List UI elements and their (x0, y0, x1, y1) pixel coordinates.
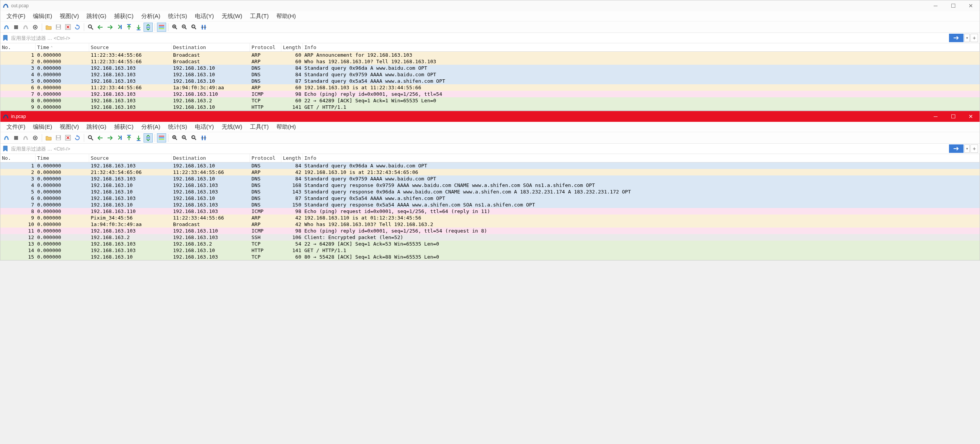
maximize-button[interactable]: ☐ (944, 0, 962, 11)
open-file-icon[interactable] (44, 23, 53, 32)
stop-capture-icon[interactable] (11, 23, 21, 32)
go-to-packet-icon[interactable] (115, 23, 124, 32)
zoom-in-icon[interactable] (170, 133, 180, 143)
close-button[interactable]: ✕ (962, 0, 980, 11)
packet-row[interactable]: 50.000000192.168.163.10192.168.163.103DN… (0, 188, 980, 195)
menu-capture[interactable]: 捕获(C) (110, 122, 137, 132)
reload-icon[interactable] (73, 133, 82, 143)
menu-analyze[interactable]: 分析(A) (137, 122, 164, 132)
stop-capture-icon[interactable] (11, 133, 21, 143)
find-icon[interactable] (86, 23, 95, 32)
col-info[interactable]: Info (303, 43, 980, 51)
packet-row[interactable]: 90.000000192.168.163.103192.168.163.10HT… (0, 104, 980, 110)
packet-row[interactable]: 80.000000192.168.163.110192.168.163.103I… (0, 208, 980, 215)
menu-tools[interactable]: 工具(T) (246, 11, 273, 21)
col-no[interactable]: No. (0, 43, 36, 51)
packet-row[interactable]: 60.000000192.168.163.103192.168.163.10DN… (0, 195, 980, 202)
capture-options-icon[interactable] (31, 133, 40, 143)
go-last-icon[interactable] (134, 23, 143, 32)
packet-row[interactable]: 70.000000192.168.163.103192.168.163.110I… (0, 91, 980, 97)
filter-apply-button[interactable] (949, 144, 964, 153)
packet-row[interactable]: 30.000000192.168.163.103192.168.163.10DN… (0, 65, 980, 71)
col-time[interactable]: Time⌃ (36, 43, 89, 51)
packet-row[interactable]: 10.000000192.168.163.103192.168.163.10DN… (0, 162, 980, 169)
capture-options-icon[interactable] (31, 23, 40, 32)
close-file-icon[interactable] (63, 133, 72, 143)
minimize-button[interactable]: ─ (927, 111, 944, 122)
titlebar-out[interactable]: out.pcap ─ ☐ ✕ (0, 0, 980, 11)
resize-columns-icon[interactable] (199, 23, 208, 32)
bookmark-icon[interactable] (2, 34, 9, 41)
go-to-packet-icon[interactable] (115, 133, 124, 143)
reload-icon[interactable] (73, 23, 82, 32)
open-file-icon[interactable] (44, 133, 53, 143)
menu-goto[interactable]: 跳转(G) (83, 11, 110, 21)
menu-wireless[interactable]: 无线(W) (218, 11, 246, 21)
col-time[interactable]: Time (36, 154, 89, 162)
col-len[interactable]: Length (281, 154, 303, 162)
menu-stats[interactable]: 统计(S) (164, 122, 191, 132)
go-back-icon[interactable] (96, 23, 105, 32)
save-file-icon[interactable] (54, 23, 63, 32)
go-back-icon[interactable] (96, 133, 105, 143)
packet-row[interactable]: 70.000000192.168.163.10192.168.163.103DN… (0, 202, 980, 208)
zoom-reset-icon[interactable]: 1 (189, 133, 199, 143)
filter-history-dropdown[interactable]: ▾ (964, 144, 970, 153)
save-file-icon[interactable] (54, 133, 63, 143)
col-dst[interactable]: Destination (172, 43, 250, 51)
menu-goto[interactable]: 跳转(G) (83, 122, 110, 132)
display-filter-input[interactable] (9, 33, 949, 43)
minimize-button[interactable]: ─ (927, 0, 944, 11)
packet-row[interactable]: 120.000000192.168.163.2192.168.163.103SS… (0, 234, 980, 241)
filter-history-dropdown[interactable]: ▾ (964, 34, 970, 42)
maximize-button[interactable]: ☐ (944, 111, 962, 122)
display-filter-input[interactable] (9, 144, 949, 153)
packet-row[interactable]: 20.00000011:22:33:44:55:66BroadcastARP60… (0, 58, 980, 65)
autoscroll-icon[interactable] (144, 23, 153, 32)
colorize-icon[interactable] (157, 23, 166, 32)
zoom-in-icon[interactable] (170, 23, 180, 32)
packet-row[interactable]: 40.000000192.168.163.103192.168.163.10DN… (0, 71, 980, 78)
packet-row[interactable]: 110.000000192.168.163.103192.168.163.110… (0, 228, 980, 234)
packet-row[interactable]: 40.000000192.168.163.10192.168.163.103DN… (0, 182, 980, 188)
filter-add-button[interactable]: + (970, 34, 978, 42)
colorize-icon[interactable] (157, 133, 166, 143)
menu-edit[interactable]: 编辑(E) (29, 122, 56, 132)
packet-row[interactable]: 20.00000021:32:43:54:65:0611:22:33:44:55… (0, 169, 980, 175)
menu-tools[interactable]: 工具(T) (246, 122, 273, 132)
menu-stats[interactable]: 统计(S) (164, 11, 191, 21)
menu-view[interactable]: 视图(V) (56, 122, 83, 132)
zoom-out-icon[interactable] (180, 133, 189, 143)
menu-file[interactable]: 文件(F) (3, 122, 29, 132)
close-file-icon[interactable] (63, 23, 72, 32)
zoom-out-icon[interactable] (180, 23, 189, 32)
packet-row[interactable]: 90.000000Pixim_34:45:5611:22:33:44:55:66… (0, 215, 980, 221)
menu-help[interactable]: 帮助(H) (273, 11, 300, 21)
col-dst[interactable]: Destination (172, 154, 250, 162)
menu-help[interactable]: 帮助(H) (273, 122, 300, 132)
packet-row[interactable]: 10.00000011:22:33:44:55:66BroadcastARP60… (0, 52, 980, 58)
filter-apply-button[interactable] (949, 34, 964, 42)
col-info[interactable]: Info (303, 154, 980, 162)
menu-tele[interactable]: 电话(Y) (191, 122, 218, 132)
menu-wireless[interactable]: 无线(W) (218, 122, 246, 132)
menu-tele[interactable]: 电话(Y) (191, 11, 218, 21)
col-src[interactable]: Source (89, 154, 172, 162)
bookmark-icon[interactable] (2, 145, 9, 152)
go-first-icon[interactable] (124, 133, 134, 143)
menu-capture[interactable]: 捕获(C) (110, 11, 137, 21)
col-len[interactable]: Length (281, 43, 303, 51)
resize-columns-icon[interactable] (199, 133, 208, 143)
packet-row[interactable]: 130.000000192.168.163.103192.168.163.2TC… (0, 241, 980, 247)
titlebar-in[interactable]: in.pcap ─ ☐ ✕ (0, 111, 980, 122)
close-button[interactable]: ✕ (962, 111, 980, 122)
start-capture-icon[interactable] (2, 23, 11, 32)
packet-row[interactable]: 50.000000192.168.163.103192.168.163.10DN… (0, 78, 980, 84)
menu-edit[interactable]: 编辑(E) (29, 11, 56, 21)
autoscroll-icon[interactable] (144, 133, 153, 143)
col-src[interactable]: Source (89, 43, 172, 51)
col-no[interactable]: No. (0, 154, 36, 162)
find-icon[interactable] (86, 133, 95, 143)
col-proto[interactable]: Protocol (250, 154, 281, 162)
packet-row[interactable]: 100.0000001a:94:f0:3c:49:aaBroadcastARP4… (0, 221, 980, 228)
